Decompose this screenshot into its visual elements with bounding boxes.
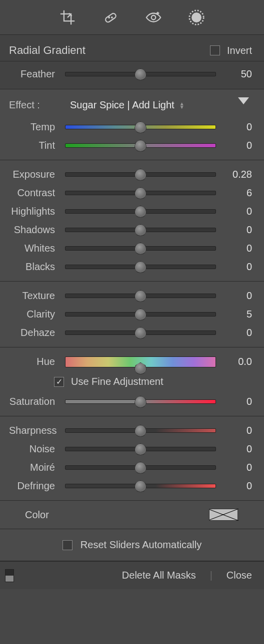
tone-label: Whites: [9, 243, 59, 254]
tone-label: Shadows: [9, 224, 59, 236]
tone-slider[interactable]: [59, 191, 222, 195]
section-hue: Hue 0.0 Use Fine Adjustment Saturation 0: [0, 347, 264, 416]
tone-slider[interactable]: [59, 209, 222, 214]
tone-value[interactable]: 0.28: [222, 169, 252, 180]
hue-label: Hue: [9, 356, 59, 367]
tone-value[interactable]: 6: [222, 187, 252, 199]
hue-value[interactable]: 0.0: [222, 356, 252, 367]
tool-strip: [0, 0, 264, 35]
tone-value[interactable]: 0: [222, 261, 252, 273]
presence-value[interactable]: 0: [222, 327, 252, 338]
crop-icon[interactable]: [58, 8, 76, 26]
fine-adjust-row[interactable]: Use Fine Adjustment: [0, 371, 264, 392]
tone-slider[interactable]: [59, 172, 222, 177]
presence-row-dehaze: Dehaze0: [0, 323, 264, 342]
redeye-icon[interactable]: [144, 8, 162, 26]
saturation-row: Saturation 0: [0, 392, 264, 411]
mask-icon[interactable]: [188, 8, 206, 26]
presence-value[interactable]: 0: [222, 290, 252, 302]
wb-value[interactable]: 0: [222, 140, 252, 151]
presence-label: Texture: [9, 290, 59, 302]
detail-slider[interactable]: [59, 428, 222, 433]
detail-row-noise: Noise0: [0, 440, 264, 458]
presence-label: Clarity: [9, 309, 59, 320]
tone-label: Blacks: [9, 261, 59, 273]
color-swatch[interactable]: [209, 509, 238, 521]
tone-value[interactable]: 0: [222, 243, 252, 254]
panel-toggle[interactable]: [5, 569, 14, 582]
section-tone: Exposure0.28Contrast6Highlights0Shadows0…: [0, 160, 264, 282]
svg-point-3: [152, 15, 156, 19]
detail-value[interactable]: 0: [222, 425, 252, 436]
effect-preset-dropdown[interactable]: Sugar Spice | Add Light ▲▼: [70, 99, 184, 111]
feather-value[interactable]: 50: [222, 68, 252, 80]
presence-value[interactable]: 5: [222, 309, 252, 320]
invert-group[interactable]: Invert: [210, 45, 252, 56]
svg-point-2: [112, 17, 112, 18]
tone-value[interactable]: 0: [222, 206, 252, 217]
saturation-value[interactable]: 0: [222, 396, 252, 407]
tone-slider[interactable]: [59, 265, 222, 269]
color-row: Color: [0, 501, 264, 529]
svg-point-1: [108, 17, 110, 18]
section-color: Color: [0, 501, 264, 529]
footer: Delete All Masks | Close: [0, 561, 264, 589]
effect-label: Effect :: [9, 99, 59, 111]
fine-adjust-checkbox[interactable]: [54, 377, 64, 387]
section-presence: Texture0Clarity5Dehaze0: [0, 282, 264, 347]
feather-row: Feather 50: [0, 61, 264, 89]
presence-row-clarity: Clarity5: [0, 305, 264, 323]
saturation-label: Saturation: [9, 396, 59, 407]
tone-row-contrast: Contrast6: [0, 184, 264, 202]
wb-slider[interactable]: [59, 143, 222, 148]
tone-label: Highlights: [9, 206, 59, 217]
collapse-icon[interactable]: [238, 97, 249, 104]
feather-slider[interactable]: [59, 72, 222, 76]
close-button[interactable]: Close: [226, 570, 252, 581]
updown-icon: ▲▼: [180, 102, 184, 109]
tone-slider[interactable]: [59, 228, 222, 232]
wb-slider[interactable]: [59, 125, 222, 129]
detail-row-moiré: Moiré0: [0, 458, 264, 477]
detail-slider[interactable]: [59, 484, 222, 488]
hue-slider[interactable]: [59, 356, 222, 367]
heal-icon[interactable]: [102, 8, 120, 26]
section-reset: Reset Sliders Automatically: [0, 529, 264, 561]
presence-slider[interactable]: [59, 312, 222, 317]
wb-row-temp: Temp0: [0, 118, 264, 136]
detail-value[interactable]: 0: [222, 480, 252, 492]
detail-slider[interactable]: [59, 465, 222, 470]
presence-label: Dehaze: [9, 327, 59, 338]
section-detail: Sharpness0Noise0Moiré0Defringe0: [0, 416, 264, 501]
tone-slider[interactable]: [59, 246, 222, 251]
mask-header: Radial Gradient Invert: [0, 35, 264, 61]
effect-row[interactable]: Effect : Sugar Spice | Add Light ▲▼: [0, 97, 264, 118]
tone-row-shadows: Shadows0: [0, 221, 264, 239]
color-label: Color: [25, 509, 49, 521]
reset-row[interactable]: Reset Sliders Automatically: [0, 529, 264, 561]
presence-slider[interactable]: [59, 294, 222, 298]
panel-title: Radial Gradient: [9, 44, 86, 57]
saturation-slider[interactable]: [59, 399, 222, 404]
detail-label: Noise: [9, 443, 59, 455]
tone-row-whites: Whites0: [0, 239, 264, 258]
svg-rect-0: [104, 12, 116, 23]
feather-label: Feather: [9, 68, 59, 80]
detail-slider[interactable]: [59, 447, 222, 451]
wb-value[interactable]: 0: [222, 121, 252, 133]
hue-row: Hue 0.0: [0, 352, 264, 371]
presence-slider[interactable]: [59, 330, 222, 335]
reset-checkbox[interactable]: [62, 540, 72, 550]
tone-label: Contrast: [9, 187, 59, 199]
tone-value[interactable]: 0: [222, 224, 252, 236]
fine-adjust-label: Use Fine Adjustment: [71, 376, 164, 387]
detail-value[interactable]: 0: [222, 462, 252, 473]
svg-point-5: [192, 12, 202, 22]
wb-label: Tint: [9, 140, 59, 151]
detail-value[interactable]: 0: [222, 443, 252, 455]
detail-label: Sharpness: [9, 425, 59, 436]
tone-row-exposure: Exposure0.28: [0, 165, 264, 184]
wb-row-tint: Tint0: [0, 136, 264, 155]
delete-all-masks-button[interactable]: Delete All Masks: [122, 570, 196, 581]
invert-checkbox[interactable]: [210, 45, 220, 55]
